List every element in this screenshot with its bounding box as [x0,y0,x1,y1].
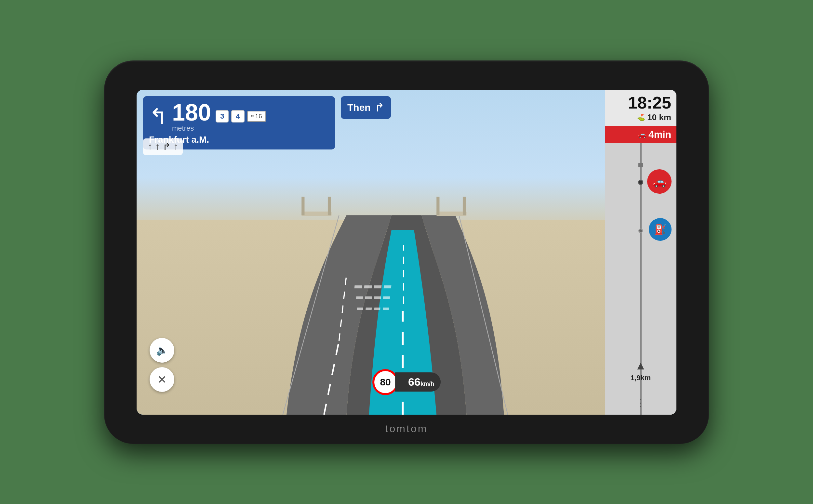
svg-rect-4 [374,285,382,288]
lane-guidance: ↑ ↑ ↱ ↑ [143,138,183,155]
current-speed-value: 66 [408,376,420,388]
svg-rect-18 [302,212,331,216]
lane-3: ↱ [162,141,171,152]
lane-1: ↑ [148,141,152,152]
svg-rect-5 [384,285,392,288]
route-start-marker [639,163,643,167]
poi-fuel-marker: ⛽ [649,218,672,241]
speed-limit-value: 80 [380,377,391,388]
traffic-car-icon: 🚗 [638,130,647,139]
poi-car-marker: 🚗 [647,169,672,194]
screen[interactable]: ↰ 180 metres 3 4 ≈ 16 Frankfurt a.M. [136,90,677,415]
close-button[interactable]: ✕ [149,367,174,392]
svg-rect-19 [436,212,466,216]
svg-rect-3 [364,285,372,288]
badge-4: 4 [231,110,244,123]
sound-icon: 🔈 [156,344,168,356]
svg-rect-21 [328,197,331,215]
sound-button[interactable]: 🔈 [149,338,174,363]
badge-3: 3 [216,110,229,123]
badge-motorway: ≈ 16 [247,111,266,122]
svg-rect-10 [357,307,363,310]
time-block: 18:25 ⛳ 10 km [605,90,677,126]
lane-2: ↑ [155,141,160,152]
speed-unit: km/h [420,381,434,387]
svg-rect-9 [383,296,390,299]
speed-display: 80 66km/h [372,369,441,395]
svg-rect-11 [366,307,372,310]
svg-rect-13 [383,307,389,310]
road-badges: 3 4 ≈ 16 [216,110,266,123]
svg-rect-20 [302,197,304,215]
svg-rect-12 [374,307,381,310]
svg-rect-8 [374,296,381,299]
svg-rect-7 [365,296,372,299]
traffic-row: 🚗 4min [605,126,677,143]
then-panel: Then ↱ [341,96,391,119]
brand-label: tomtom [385,423,428,435]
lane-4: ↑ [173,141,178,152]
svg-rect-22 [436,197,439,215]
compass-arrow: ▲ [635,359,647,372]
time-display: 18:25 [610,94,671,111]
svg-rect-6 [356,296,363,299]
distance-value: 10 km [647,112,671,123]
distance-icon: ⛳ [637,113,645,121]
svg-rect-23 [463,197,466,215]
distance-number: 180 [172,101,211,124]
distance-unit: metres [172,125,211,132]
compass-distance: 1,9km [631,374,651,382]
close-icon: ✕ [157,373,166,386]
poi-fuel-dot [639,228,643,233]
more-button[interactable]: ⋮ [636,397,646,408]
gps-device: ↰ 180 metres 3 4 ≈ 16 Frankfurt a.M. [104,60,709,444]
turn-arrow: ↰ [149,105,167,127]
compass-area: ▲ 1,9km [605,359,677,382]
traffic-delay: 4min [649,129,671,140]
poi-car-dot [638,180,643,185]
svg-rect-2 [355,285,362,288]
more-icon: ⋮ [636,398,646,408]
speed-limit-sign: 80 [372,369,398,395]
right-panel: 18:25 ⛳ 10 km 🚗 4min 🚗 [605,90,677,415]
route-bar: 🚗 ⛽ ▲ 1,9km ⋮ [605,143,677,415]
distance-row: ⛳ 10 km [610,112,671,123]
then-label: Then [347,102,371,113]
current-speed-display: 66km/h [395,372,441,392]
screen-wrapper: ↰ 180 metres 3 4 ≈ 16 Frankfurt a.M. [136,90,677,415]
then-arrow: ↱ [375,101,384,114]
